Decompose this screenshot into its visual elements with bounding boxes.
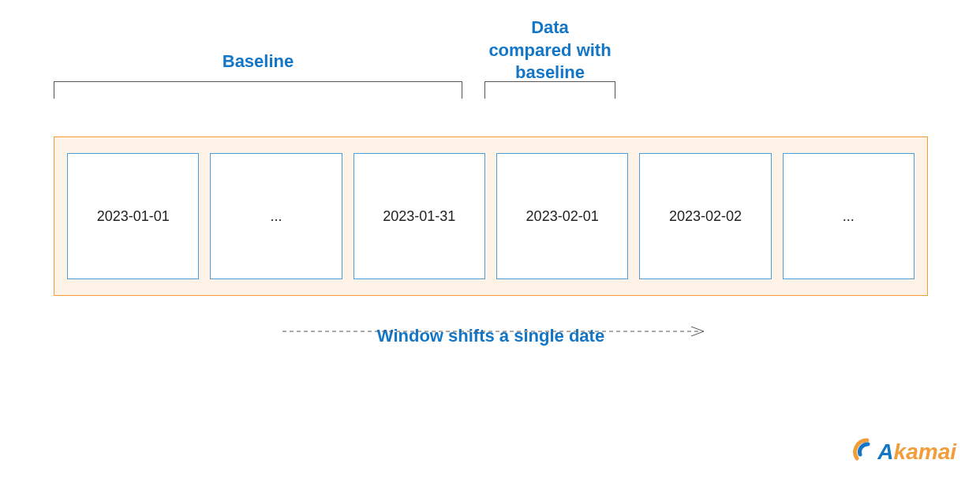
date-box: ... (210, 153, 342, 279)
window-container: 2023-01-01 ... 2023-01-31 2023-02-01 202… (54, 136, 928, 296)
logo-swirl-icon (852, 437, 882, 467)
date-box: 2023-02-02 (639, 153, 771, 279)
date-box: 2023-01-31 (353, 153, 485, 279)
compared-label: Data compared with baseline (484, 17, 615, 84)
arrow-icon (282, 326, 709, 337)
bracket-baseline (54, 81, 462, 99)
date-box: ... (783, 153, 915, 279)
bracket-compared (484, 81, 615, 99)
logo: Akamai (852, 437, 956, 467)
arrow-line (282, 326, 709, 327)
date-box: 2023-01-01 (67, 153, 199, 279)
logo-text-rest: kamai (894, 439, 956, 464)
date-box: 2023-02-01 (496, 153, 628, 279)
logo-text: Akamai (877, 439, 956, 465)
diagram-container: Baseline Data compared with baseline 202… (54, 51, 928, 346)
labels-row: Baseline Data compared with baseline (54, 51, 928, 130)
baseline-label: Baseline (54, 51, 462, 72)
arrow-section: Window shifts a single date (54, 326, 928, 346)
